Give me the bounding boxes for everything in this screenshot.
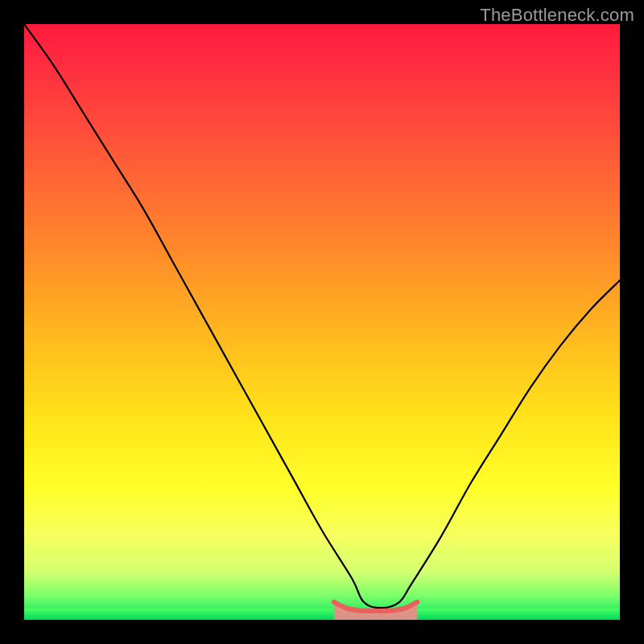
main-curve bbox=[24, 24, 620, 608]
bottom-bump-stroke bbox=[334, 602, 418, 611]
curve-layer bbox=[24, 24, 620, 620]
plot-area bbox=[24, 24, 620, 620]
watermark-text: TheBottleneck.com bbox=[480, 5, 634, 26]
chart-frame: TheBottleneck.com bbox=[0, 0, 644, 644]
